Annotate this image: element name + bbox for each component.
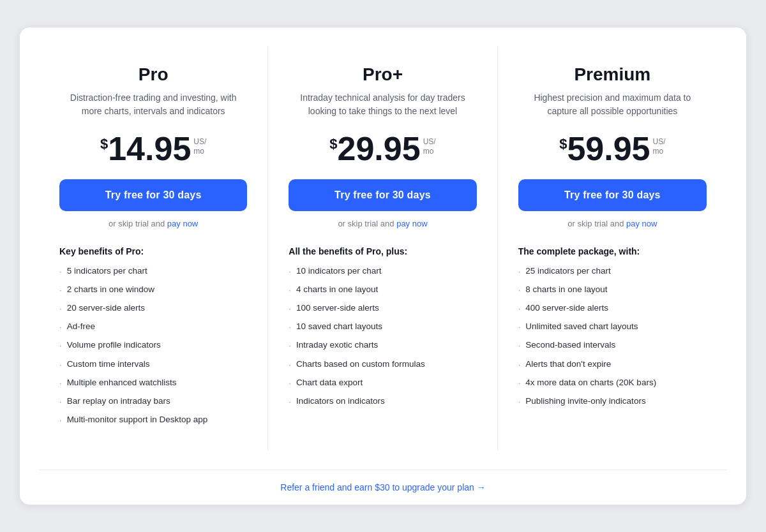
benefit-item-pro-8: · Multi-monitor support in Desktop app — [59, 414, 247, 426]
plan-name-premium: Premium — [574, 64, 650, 85]
benefit-bullet-pro-5: · — [59, 359, 62, 371]
benefit-bullet-premium-3: · — [518, 321, 521, 333]
benefits-title-pro-plus: All the benefits of Pro, plus: — [289, 246, 476, 256]
price-row-pro: $ 14.95 US/mo — [100, 132, 206, 165]
price-unit-pro: US/mo — [193, 137, 206, 157]
pay-now-link-premium[interactable]: pay now — [626, 219, 657, 228]
benefit-bullet-pro-plus-6: · — [289, 378, 291, 389]
benefits-title-premium: The complete package, with: — [518, 246, 707, 256]
benefit-bullet-pro-plus-2: · — [289, 303, 291, 314]
benefit-bullet-pro-2: · — [59, 303, 62, 314]
benefit-text-premium-2: 400 server-side alerts — [525, 302, 608, 314]
benefit-text-pro-plus-0: 10 indicators per chart — [296, 265, 382, 277]
benefit-bullet-pro-4: · — [59, 340, 62, 351]
benefit-item-premium-6: · 4x more data on charts (20K bars) — [518, 377, 707, 389]
benefit-item-pro-plus-3: · 10 saved chart layouts — [289, 321, 476, 333]
price-row-pro-plus: $ 29.95 US/mo — [329, 132, 435, 165]
benefit-text-premium-0: 25 indicators per chart — [525, 265, 611, 277]
benefit-item-pro-4: · Volume profile indicators — [59, 339, 247, 351]
benefits-section-premium: The complete package, with: · 25 indicat… — [518, 246, 707, 415]
benefit-item-pro-3: · Ad-free — [59, 321, 247, 333]
cta-button-pro-plus[interactable]: Try free for 30 days — [289, 179, 476, 211]
benefit-bullet-pro-3: · — [59, 321, 62, 333]
benefit-item-pro-plus-0: · 10 indicators per chart — [289, 265, 476, 277]
benefit-item-premium-3: · Unlimited saved chart layouts — [518, 321, 707, 333]
skip-trial-premium: or skip trial and pay now — [567, 219, 657, 228]
benefit-bullet-premium-1: · — [518, 284, 521, 296]
benefit-text-premium-6: 4x more data on charts (20K bars) — [525, 377, 656, 389]
benefit-item-premium-1: · 8 charts in one layout — [518, 284, 707, 296]
benefit-item-pro-0: · 5 indicators per chart — [59, 265, 247, 277]
benefit-text-pro-5: Custom time intervals — [67, 358, 150, 371]
footer-row: Refer a friend and earn $30 to upgrade y… — [39, 470, 727, 505]
benefit-text-premium-4: Second-based intervals — [525, 339, 615, 351]
benefit-text-pro-6: Multiple enhanced watchlists — [67, 377, 177, 389]
price-unit-premium: US/mo — [653, 137, 666, 157]
plan-col-premium: Premium Highest precision and maximum da… — [498, 47, 727, 451]
benefit-item-premium-5: · Alerts that don't expire — [518, 358, 707, 371]
benefit-item-pro-2: · 20 server-side alerts — [59, 302, 247, 314]
price-dollar-pro-plus: $ — [329, 136, 337, 152]
plan-description-pro: Distraction-free trading and investing, … — [59, 91, 247, 118]
benefit-text-pro-plus-6: Chart data export — [296, 377, 363, 389]
benefit-text-pro-3: Ad-free — [67, 321, 95, 333]
benefit-bullet-pro-1: · — [59, 284, 62, 296]
benefit-bullet-premium-4: · — [518, 340, 521, 351]
price-amount-pro: 14.95 — [108, 132, 191, 165]
benefit-item-pro-plus-7: · Indicators on indicators — [289, 395, 476, 408]
benefit-item-pro-7: · Bar replay on intraday bars — [59, 395, 247, 408]
skip-trial-pro-plus: or skip trial and pay now — [338, 219, 427, 228]
benefit-text-pro-2: 20 server-side alerts — [67, 302, 145, 314]
cta-button-pro[interactable]: Try free for 30 days — [59, 179, 247, 211]
price-unit-pro-plus: US/mo — [423, 137, 436, 157]
benefit-bullet-pro-plus-7: · — [289, 396, 291, 408]
benefit-text-premium-1: 8 charts in one layout — [525, 284, 607, 296]
benefit-text-premium-3: Unlimited saved chart layouts — [525, 321, 638, 333]
benefit-text-pro-plus-2: 100 server-side alerts — [296, 302, 379, 314]
benefit-text-pro-7: Bar replay on intraday bars — [67, 395, 170, 408]
benefit-text-pro-plus-5: Charts based on custom formulas — [296, 358, 425, 371]
benefit-bullet-premium-5: · — [518, 359, 521, 371]
benefit-text-pro-plus-7: Indicators on indicators — [296, 395, 385, 408]
plan-col-pro-plus: Pro+ Intraday technical analysis for day… — [268, 47, 497, 451]
skip-trial-pro: or skip trial and pay now — [109, 219, 198, 228]
price-dollar-premium: $ — [559, 136, 567, 152]
benefit-bullet-pro-8: · — [59, 415, 62, 426]
benefit-item-pro-5: · Custom time intervals — [59, 358, 247, 371]
pay-now-link-pro-plus[interactable]: pay now — [396, 219, 427, 228]
pay-now-link-pro[interactable]: pay now — [167, 219, 198, 228]
benefit-bullet-pro-plus-4: · — [289, 340, 291, 351]
benefits-section-pro: Key benefits of Pro: · 5 indicators per … — [59, 246, 247, 433]
benefit-text-premium-7: Publishing invite-only indicators — [525, 395, 645, 408]
benefits-section-pro-plus: All the benefits of Pro, plus: · 10 indi… — [289, 246, 476, 415]
benefit-bullet-premium-6: · — [518, 378, 521, 389]
plan-name-pro-plus: Pro+ — [363, 64, 403, 85]
benefit-text-pro-4: Volume profile indicators — [67, 339, 161, 351]
benefit-text-pro-plus-1: 4 charts in one layout — [296, 284, 378, 296]
benefit-text-premium-5: Alerts that don't expire — [525, 358, 611, 371]
plans-grid: Pro Distraction-free trading and investi… — [39, 47, 727, 471]
benefit-bullet-pro-7: · — [59, 396, 62, 408]
cta-button-premium[interactable]: Try free for 30 days — [518, 179, 707, 211]
benefit-item-premium-4: · Second-based intervals — [518, 339, 707, 351]
benefit-bullet-pro-0: · — [59, 266, 62, 277]
benefit-bullet-premium-7: · — [518, 396, 521, 408]
pricing-card: Pro Distraction-free trading and investi… — [19, 27, 747, 506]
benefit-item-premium-2: · 400 server-side alerts — [518, 302, 707, 314]
benefit-bullet-pro-plus-3: · — [289, 321, 291, 333]
benefit-bullet-premium-0: · — [518, 266, 521, 277]
benefits-title-pro: Key benefits of Pro: — [59, 246, 247, 256]
benefit-text-pro-plus-3: 10 saved chart layouts — [296, 321, 382, 333]
benefit-bullet-pro-plus-5: · — [289, 359, 291, 371]
benefit-item-pro-plus-2: · 100 server-side alerts — [289, 302, 476, 314]
benefit-item-pro-plus-6: · Chart data export — [289, 377, 476, 389]
price-dollar-pro: $ — [100, 136, 108, 152]
benefit-item-pro-plus-5: · Charts based on custom formulas — [289, 358, 476, 371]
benefit-item-pro-plus-1: · 4 charts in one layout — [289, 284, 476, 296]
benefit-bullet-pro-plus-1: · — [289, 284, 291, 296]
referral-link[interactable]: Refer a friend and earn $30 to upgrade y… — [280, 482, 485, 492]
benefit-item-premium-7: · Publishing invite-only indicators — [518, 395, 707, 408]
benefit-item-pro-plus-4: · Intraday exotic charts — [289, 339, 476, 351]
plan-description-pro-plus: Intraday technical analysis for day trad… — [289, 91, 476, 118]
plan-name-pro: Pro — [139, 64, 169, 85]
